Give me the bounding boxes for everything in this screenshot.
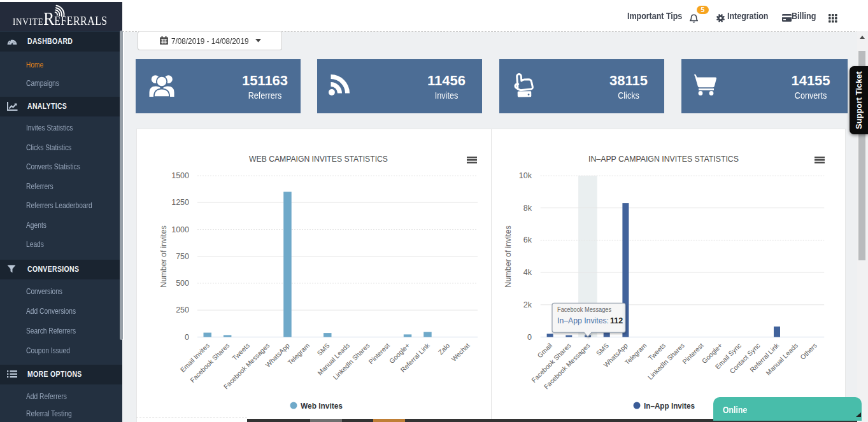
svg-text:Web Invites: Web Invites xyxy=(301,402,343,411)
svg-text:500: 500 xyxy=(176,279,189,288)
svg-text:Number of invites: Number of invites xyxy=(159,225,168,287)
svg-text:1500: 1500 xyxy=(171,171,189,180)
svg-text:Gmail: Gmail xyxy=(536,341,553,359)
svg-text:Facebook Messages: Facebook Messages xyxy=(557,306,611,313)
svg-text:Pinterest: Pinterest xyxy=(681,341,705,365)
svg-text:250: 250 xyxy=(176,306,189,314)
svg-text:WEB CAMPAIGN INVITES STATISTIC: WEB CAMPAIGN INVITES STATISTICS xyxy=(249,154,388,164)
svg-text:0: 0 xyxy=(185,333,189,342)
svg-text:1250: 1250 xyxy=(171,198,189,207)
svg-text:Number of invites: Number of invites xyxy=(504,225,513,287)
svg-text:10k: 10k xyxy=(519,171,532,180)
svg-text:In–App Invites:: In–App Invites: xyxy=(557,316,609,325)
svg-text:Wechat: Wechat xyxy=(450,341,471,363)
svg-text:0: 0 xyxy=(527,333,532,342)
svg-text:SMS: SMS xyxy=(595,341,611,357)
svg-text:LinkedIn Shares: LinkedIn Shares xyxy=(331,341,371,381)
svg-text:Telegram: Telegram xyxy=(286,341,311,366)
svg-text:1000: 1000 xyxy=(171,225,189,234)
svg-text:Others: Others xyxy=(799,341,818,361)
svg-text:112: 112 xyxy=(610,316,623,325)
svg-text:4k: 4k xyxy=(523,268,532,277)
svg-text:SMS: SMS xyxy=(315,341,331,357)
svg-text:6k: 6k xyxy=(523,236,532,244)
svg-text:Pinterest: Pinterest xyxy=(367,341,391,365)
svg-text:IN–APP CAMPAIGN INVITES STATIS: IN–APP CAMPAIGN INVITES STATISTICS xyxy=(588,154,739,164)
svg-text:Zalo: Zalo xyxy=(436,341,451,356)
svg-text:750: 750 xyxy=(176,252,189,261)
svg-text:8k: 8k xyxy=(523,204,532,213)
svg-text:2k: 2k xyxy=(523,300,532,309)
svg-text:In–App Invites: In–App Invites xyxy=(644,402,695,411)
